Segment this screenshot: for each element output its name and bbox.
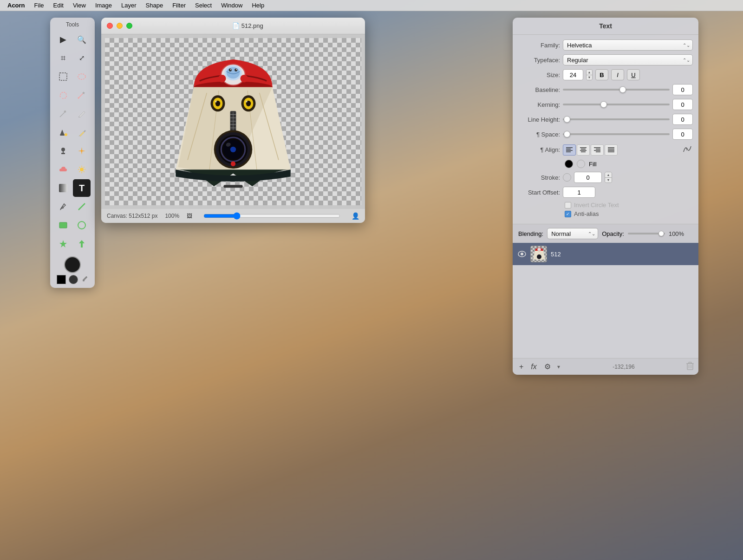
line-height-slider[interactable]: [563, 115, 670, 124]
space-slider[interactable]: [563, 130, 670, 139]
fullscreen-tool[interactable]: ⤢: [73, 49, 91, 67]
ellipse-select-tool[interactable]: [73, 68, 91, 85]
arrow-tool[interactable]: [73, 235, 91, 253]
menubar-select[interactable]: Select: [191, 1, 215, 10]
typeface-select[interactable]: Regular ⌃⌄: [563, 54, 693, 65]
size-stepper[interactable]: ▲ ▼: [586, 69, 593, 80]
zoom-slider[interactable]: [203, 212, 340, 220]
family-select[interactable]: Helvetica ⌃⌄: [563, 39, 693, 51]
align-center-button[interactable]: [577, 144, 590, 156]
stroke-value[interactable]: [574, 172, 602, 183]
underline-button[interactable]: U: [627, 69, 640, 80]
space-thumb[interactable]: [564, 131, 570, 137]
invert-circle-checkbox[interactable]: [565, 202, 571, 208]
paint-brush-tool[interactable]: [73, 124, 91, 141]
menubar-image[interactable]: Image: [91, 1, 116, 10]
kerning-thumb[interactable]: [600, 101, 607, 108]
star-tool[interactable]: [54, 235, 72, 253]
stroke-stepper-up[interactable]: ▲: [605, 172, 612, 178]
align-justify-button[interactable]: [605, 144, 618, 156]
circle-swatch[interactable]: [69, 275, 78, 284]
minimize-button[interactable]: [117, 23, 123, 29]
line-height-row: Line Height:: [518, 114, 693, 125]
fullscreen-button[interactable]: [126, 23, 132, 29]
line-height-thumb[interactable]: [564, 116, 570, 123]
canvas-area[interactable]: [105, 38, 361, 205]
tools-panel: Tools ▶ 🔍 ⌗ ⤢: [50, 18, 95, 288]
menubar-view[interactable]: View: [69, 1, 90, 10]
window-content[interactable]: [101, 34, 365, 209]
fit-icon[interactable]: 👤: [352, 212, 359, 220]
menubar-help[interactable]: Help: [248, 1, 268, 10]
size-stepper-down[interactable]: ▼: [587, 75, 592, 80]
magic-pencil-tool[interactable]: [54, 105, 72, 123]
ellipse-shape-tool[interactable]: [73, 216, 91, 234]
stroke-stepper-down[interactable]: ▼: [605, 178, 612, 183]
toolbar-arrow-icon[interactable]: ▾: [557, 364, 560, 370]
size-input[interactable]: [563, 69, 583, 80]
stroke-stepper[interactable]: ▲ ▼: [605, 172, 612, 183]
blending-select[interactable]: Normal ⌃⌄: [547, 228, 598, 239]
bold-button[interactable]: B: [595, 69, 608, 80]
anti-alias-checkbox[interactable]: ✓: [565, 211, 571, 217]
text-path-button[interactable]: T: [682, 143, 693, 156]
opacity-thumb[interactable]: [658, 231, 664, 236]
settings-button[interactable]: ⚙: [542, 361, 553, 372]
italic-button[interactable]: I: [611, 69, 624, 80]
sun-tool[interactable]: [73, 161, 91, 178]
space-value[interactable]: [672, 129, 693, 140]
baseline-thumb[interactable]: [619, 86, 626, 93]
add-layer-button[interactable]: +: [517, 362, 525, 372]
foreground-color-swatch[interactable]: [64, 256, 81, 273]
stroke-color-dot[interactable]: [563, 173, 571, 182]
menubar-file[interactable]: File: [31, 1, 48, 10]
kerning-value[interactable]: [672, 99, 693, 110]
sparkle-tool[interactable]: [73, 142, 91, 160]
cloud-tool[interactable]: [54, 161, 72, 178]
menubar-window[interactable]: Window: [217, 1, 246, 10]
size-stepper-up[interactable]: ▲: [587, 70, 592, 75]
blending-label: Blending:: [518, 230, 543, 237]
text-tool[interactable]: T: [73, 179, 91, 197]
fill-color-dot[interactable]: [565, 160, 573, 168]
zoom-tool[interactable]: 🔍: [73, 31, 91, 48]
start-offset-row: Start Offset:: [518, 187, 693, 198]
eyedropper-tool[interactable]: [81, 275, 88, 284]
menubar-layer[interactable]: Layer: [117, 1, 140, 10]
layer-row[interactable]: 512: [513, 243, 698, 265]
line-tool[interactable]: [73, 198, 91, 215]
baseline-value[interactable]: [672, 84, 693, 95]
baseline-slider[interactable]: [563, 85, 670, 94]
black-swatch[interactable]: [57, 275, 66, 284]
rect-select-tool[interactable]: [54, 68, 72, 85]
paint-bucket-tool[interactable]: [54, 124, 72, 141]
crop-tool[interactable]: ⌗: [54, 49, 72, 67]
align-right-button[interactable]: [591, 144, 604, 156]
svg-rect-6: [61, 153, 65, 154]
pencil-tool[interactable]: [73, 105, 91, 123]
rect-shape-tool[interactable]: [54, 216, 72, 234]
start-offset-value[interactable]: [563, 187, 595, 198]
svg-point-80: [537, 254, 541, 259]
gradient-tool[interactable]: [54, 179, 72, 197]
menubar-shape[interactable]: Shape: [142, 1, 167, 10]
fill-empty-dot[interactable]: [577, 160, 585, 168]
line-height-value[interactable]: [672, 114, 693, 125]
pen-tool[interactable]: [54, 198, 72, 215]
align-left-button[interactable]: [563, 144, 576, 156]
menubar-edit[interactable]: Edit: [50, 1, 67, 10]
opacity-slider[interactable]: [628, 233, 665, 234]
delete-layer-button[interactable]: [686, 362, 694, 372]
close-button[interactable]: [107, 23, 113, 29]
select-tool[interactable]: ▶: [54, 31, 72, 48]
magic-wand-tool[interactable]: [73, 86, 91, 104]
menubar-filter[interactable]: Filter: [169, 1, 189, 10]
menubar-app[interactable]: Acorn: [4, 1, 29, 10]
fx-button[interactable]: fx: [529, 362, 538, 372]
svg-point-59: [240, 75, 248, 83]
layer-visibility-icon[interactable]: [517, 249, 527, 259]
space-track: [563, 133, 670, 135]
stamp-tool[interactable]: [54, 142, 72, 160]
kerning-slider[interactable]: [563, 100, 670, 109]
lasso-select-tool[interactable]: [54, 86, 72, 104]
